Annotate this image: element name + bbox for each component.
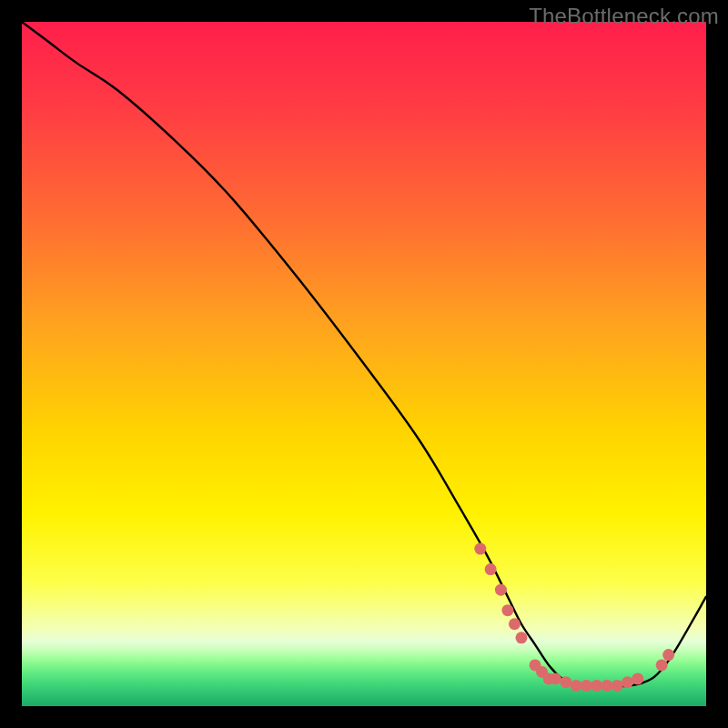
marker-point bbox=[495, 584, 507, 596]
chart-frame: TheBottleneck.com bbox=[0, 0, 728, 728]
marker-point bbox=[515, 632, 527, 643]
marker-point bbox=[622, 676, 633, 688]
marker-point bbox=[560, 676, 571, 688]
marker-point bbox=[501, 604, 513, 616]
marker-point bbox=[632, 672, 643, 684]
watermark-text: TheBottleneck.com bbox=[529, 4, 719, 29]
marker-point bbox=[612, 680, 623, 692]
plot-area bbox=[22, 22, 706, 706]
marker-point bbox=[509, 618, 521, 630]
marker-point bbox=[571, 680, 582, 692]
marker-point bbox=[581, 680, 592, 692]
marker-point bbox=[591, 680, 602, 692]
marker-point bbox=[601, 680, 612, 692]
marker-point bbox=[485, 563, 497, 575]
chart-svg bbox=[22, 22, 706, 706]
marker-point bbox=[474, 543, 486, 555]
marker-point bbox=[656, 659, 668, 671]
marker-point bbox=[550, 672, 561, 684]
marker-point bbox=[662, 649, 674, 661]
